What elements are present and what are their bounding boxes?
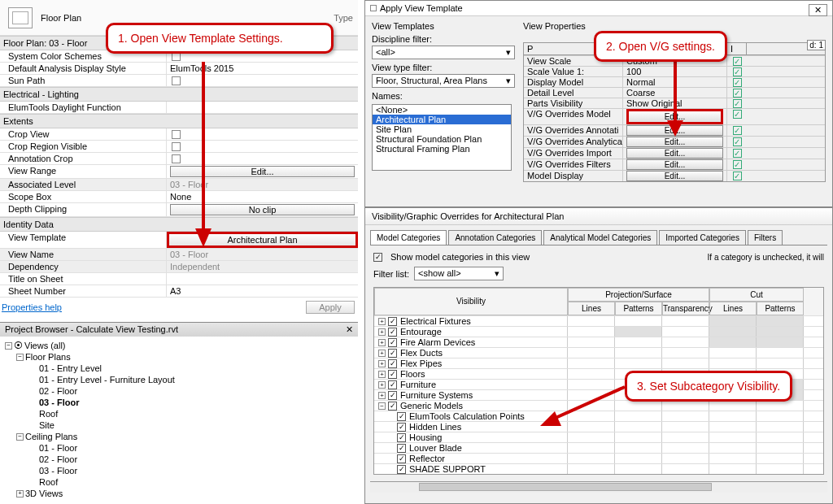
filter-list[interactable]: <show all>▾ [414, 267, 504, 280]
floor-plan-label: Floor Plan [41, 13, 334, 23]
project-browser: Project Browser - Calculate View Testing… [0, 322, 358, 504]
properties-help-link[interactable]: Properties help [2, 302, 62, 312]
window-icon [370, 5, 377, 11]
type-label: Type [334, 13, 353, 23]
svg-marker-1 [195, 228, 212, 247]
floor-plan-icon [8, 7, 33, 28]
visibility-graphics-dialog: Visibility/Graphic Overrides for Archite… [364, 207, 833, 504]
close-icon[interactable]: ✕ [809, 4, 827, 16]
discipline-filter[interactable]: <all>▾ [372, 46, 515, 59]
h-scrollbar[interactable] [370, 481, 827, 493]
apply-button[interactable]: Apply [306, 301, 355, 314]
show-categories-check[interactable]: ✓ [373, 253, 382, 262]
svg-marker-5 [540, 411, 561, 426]
chevron-down-icon: ▾ [506, 47, 511, 58]
callout-3: 3. Set Subcategory Visibility. [625, 371, 792, 402]
chevron-down-icon: ▾ [495, 268, 499, 279]
svg-marker-3 [667, 120, 683, 137]
templates-list[interactable]: <None>Architectural PlanSite PlanStructu… [372, 104, 512, 171]
checkbox[interactable] [172, 76, 181, 85]
properties-panel: Floor Plan: 03 - Floor System Color Sche… [0, 36, 358, 315]
project-tree[interactable]: −⦿ Views (all) −Floor Plans 01 - Entry L… [0, 337, 358, 499]
svg-line-4 [548, 387, 625, 421]
chevron-down-icon: ▾ [506, 76, 511, 86]
callout-2: 2. Open V/G settings. [594, 31, 727, 62]
callout-1: 1. Open View Template Settings. [106, 23, 334, 54]
viewtype-filter[interactable]: Floor, Structural, Area Plans▾ [372, 74, 515, 88]
count-label: d: 1 [807, 40, 826, 50]
vg-tabs[interactable]: Model CategoriesAnnotation CategoriesAna… [370, 230, 827, 245]
close-icon[interactable]: ✕ [346, 324, 353, 335]
